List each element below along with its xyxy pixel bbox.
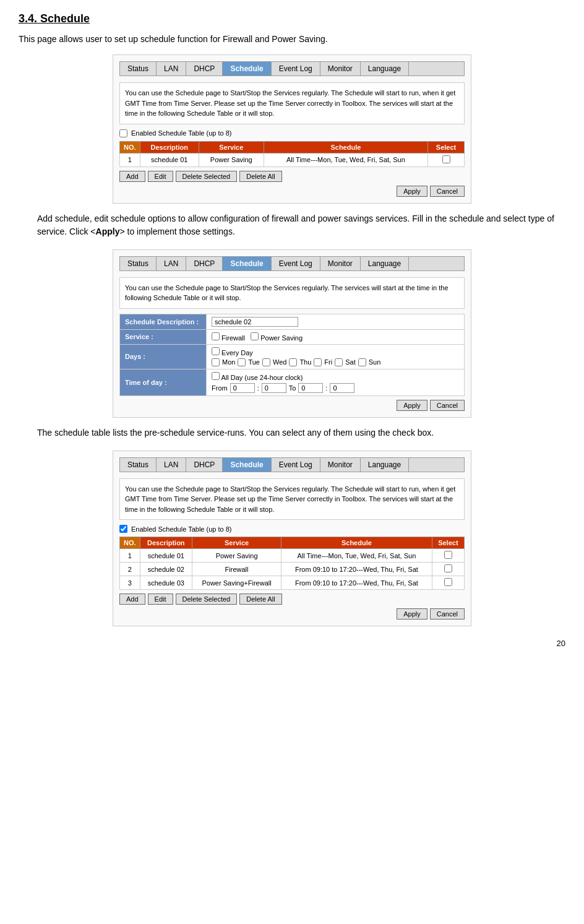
page-number: 20 xyxy=(19,639,565,648)
nav-monitor-3[interactable]: Monitor xyxy=(320,458,361,472)
delete-selected-button-3[interactable]: Delete Selected xyxy=(176,594,238,605)
delete-selected-button-1[interactable]: Delete Selected xyxy=(176,171,238,182)
row-checkbox-3-2[interactable] xyxy=(444,564,452,572)
screenshot-3: Status LAN DHCP Schedule Event Log Monit… xyxy=(113,451,471,627)
nav-eventlog-2[interactable]: Event Log xyxy=(272,257,320,270)
apply-cancel-row-3: Apply Cancel xyxy=(119,608,465,620)
nav-lan-3[interactable]: LAN xyxy=(157,458,186,472)
cell-select-3-3 xyxy=(432,576,464,590)
firewall-checkbox[interactable] xyxy=(212,332,220,340)
every-day-row: Every Day xyxy=(212,347,459,356)
apply-cancel-row-2: Apply Cancel xyxy=(119,400,465,411)
form-label-service: Service : xyxy=(120,329,207,344)
row-checkbox-1-1[interactable] xyxy=(442,155,450,163)
apply-button-3[interactable]: Apply xyxy=(397,608,427,620)
days-row: Mon Tue Wed Thu Fri Sat Sun xyxy=(212,358,459,366)
th-service-1: Service xyxy=(199,141,264,153)
add-button-3[interactable]: Add xyxy=(119,594,145,605)
tue-checkbox[interactable] xyxy=(238,358,246,366)
nav-language-3[interactable]: Language xyxy=(361,458,409,472)
sat-checkbox[interactable] xyxy=(335,358,343,366)
thu-label: Thu xyxy=(299,358,311,366)
cell-service-3-2: Firewall xyxy=(192,563,281,576)
edit-button-3[interactable]: Edit xyxy=(148,594,173,605)
nav-monitor-2[interactable]: Monitor xyxy=(320,257,361,270)
enabled-checkbox-row-3: Enabled Schedule Table (up to 8) xyxy=(119,525,465,533)
nav-schedule-3[interactable]: Schedule xyxy=(223,458,271,472)
form-row-days: Days : Every Day Mon Tue Wed Thu xyxy=(120,344,465,369)
nav-status-1[interactable]: Status xyxy=(120,62,157,76)
fri-checkbox[interactable] xyxy=(314,358,322,366)
table-row: 1 schedule 01 Power Saving All Time---Mo… xyxy=(120,153,465,166)
row-checkbox-3-3[interactable] xyxy=(444,578,452,586)
nav-language-1[interactable]: Language xyxy=(361,62,409,76)
cell-sched-3-3: From 09:10 to 17:20---Wed, Thu, Fri, Sat xyxy=(281,576,432,590)
btn-row-3: Add Edit Delete Selected Delete All xyxy=(119,594,465,605)
info-box-2: You can use the Schedule page to Start/S… xyxy=(119,277,465,309)
nav-eventlog-3[interactable]: Event Log xyxy=(272,458,320,472)
table-row: 1 schedule 01 Power Saving All Time---Mo… xyxy=(120,549,465,563)
enabled-checkbox-3[interactable] xyxy=(119,525,127,533)
apply-button-2[interactable]: Apply xyxy=(397,400,427,411)
from-min-input[interactable]: 0 xyxy=(262,383,286,393)
nav-schedule-2[interactable]: Schedule xyxy=(223,257,271,270)
enabled-label-3: Enabled Schedule Table (up to 8) xyxy=(131,525,231,533)
th-no-1: NO. xyxy=(120,141,140,153)
sun-checkbox[interactable] xyxy=(358,358,366,366)
enabled-checkbox-1[interactable] xyxy=(119,129,127,137)
th-desc-1: Description xyxy=(140,141,199,153)
nav-lan-2[interactable]: LAN xyxy=(157,257,186,270)
cell-select-3-1 xyxy=(432,549,464,563)
form-label-days: Days : xyxy=(120,344,207,369)
wed-checkbox[interactable] xyxy=(262,358,270,366)
row-checkbox-3-1[interactable] xyxy=(444,551,452,559)
cancel-button-2[interactable]: Cancel xyxy=(430,400,465,411)
power-saving-checkbox[interactable] xyxy=(251,332,259,340)
cancel-button-1[interactable]: Cancel xyxy=(430,186,465,197)
nav-lan-1[interactable]: LAN xyxy=(157,62,186,76)
to-min-input[interactable]: 0 xyxy=(330,383,354,393)
th-desc-3: Description xyxy=(140,537,192,549)
every-day-checkbox[interactable] xyxy=(212,347,220,355)
nav-bar-3: Status LAN DHCP Schedule Event Log Monit… xyxy=(119,457,465,472)
form-row-desc: Schedule Description : schedule 02 xyxy=(120,314,465,329)
schedule-table-3: NO. Description Service Schedule Select … xyxy=(119,537,465,590)
nav-status-2[interactable]: Status xyxy=(120,257,157,270)
sat-label: Sat xyxy=(345,358,356,366)
mon-checkbox[interactable] xyxy=(212,358,220,366)
cell-no-1-1: 1 xyxy=(120,153,140,166)
to-hour-input[interactable]: 0 xyxy=(298,383,323,393)
delete-all-button-3[interactable]: Delete All xyxy=(239,594,281,605)
th-service-3: Service xyxy=(192,537,281,549)
cancel-button-3[interactable]: Cancel xyxy=(430,608,465,620)
nav-dhcp-1[interactable]: DHCP xyxy=(186,62,223,76)
cell-desc-3-3: schedule 03 xyxy=(140,576,192,590)
delete-all-button-1[interactable]: Delete All xyxy=(239,171,281,182)
form-value-service: Firewall Power Saving xyxy=(207,329,465,344)
nav-monitor-1[interactable]: Monitor xyxy=(320,62,361,76)
all-day-checkbox[interactable] xyxy=(212,372,220,380)
form-row-service: Service : Firewall Power Saving xyxy=(120,329,465,344)
nav-dhcp-3[interactable]: DHCP xyxy=(186,458,223,472)
edit-button-1[interactable]: Edit xyxy=(148,171,173,182)
table-row: 2 schedule 02 Firewall From 09:10 to 17:… xyxy=(120,563,465,576)
cell-desc-1-1: schedule 01 xyxy=(140,153,199,166)
para2-text: The schedule table lists the pre-schedul… xyxy=(37,426,565,439)
colon-1: : xyxy=(257,384,259,392)
nav-language-2[interactable]: Language xyxy=(361,257,409,270)
thu-checkbox[interactable] xyxy=(289,358,297,366)
nav-eventlog-1[interactable]: Event Log xyxy=(272,62,320,76)
schedule-desc-input[interactable]: schedule 02 xyxy=(212,317,298,327)
table-row: 3 schedule 03 Power Saving+Firewall From… xyxy=(120,576,465,590)
add-button-1[interactable]: Add xyxy=(119,171,145,182)
para1-text: Add schedule, edit schedule options to a… xyxy=(37,212,565,238)
fri-label: Fri xyxy=(324,358,332,366)
form-value-desc: schedule 02 xyxy=(207,314,465,329)
cell-sched-3-1: All Time---Mon, Tue, Wed, Fri, Sat, Sun xyxy=(281,549,432,563)
from-hour-input[interactable]: 0 xyxy=(230,383,255,393)
nav-schedule-1[interactable]: Schedule xyxy=(223,62,271,76)
screenshot-1: Status LAN DHCP Schedule Event Log Monit… xyxy=(113,54,471,204)
nav-status-3[interactable]: Status xyxy=(120,458,157,472)
nav-dhcp-2[interactable]: DHCP xyxy=(186,257,223,270)
apply-button-1[interactable]: Apply xyxy=(397,186,427,197)
